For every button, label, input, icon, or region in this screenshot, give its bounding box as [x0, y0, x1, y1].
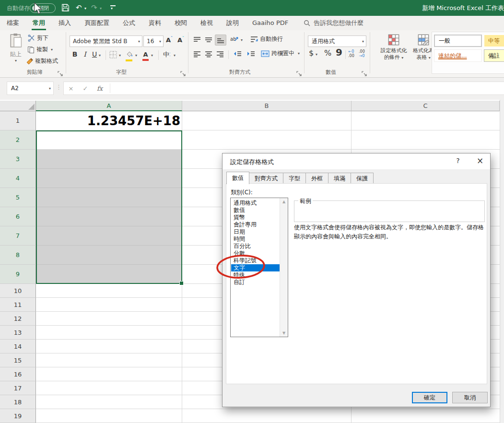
align-middle-button[interactable] [203, 35, 214, 45]
category-general[interactable]: 通用格式 [231, 200, 280, 207]
name-box[interactable]: A2 ▾ [7, 82, 54, 95]
clipboard-dialog-launcher[interactable] [58, 69, 63, 75]
format-painter-button[interactable]: 複製格式 [26, 57, 58, 65]
selection-a2-a9[interactable] [36, 130, 182, 284]
percent-style-button[interactable]: % [324, 48, 331, 58]
tab-page-layout[interactable]: 頁面配置 [78, 16, 116, 30]
dialog-title-bar[interactable]: 設定儲存格格式 ? × [223, 153, 490, 169]
formula-bar-grip-icon[interactable]: ⋮ [56, 83, 62, 91]
shrink-font-button[interactable]: Aˇ [177, 36, 184, 44]
scroll-up-icon[interactable]: ▲ [280, 198, 288, 205]
row-header-11[interactable]: 11 [0, 298, 36, 312]
paste-button[interactable]: 貼上 ▾ [5, 33, 27, 70]
bold-button[interactable]: B [71, 50, 79, 58]
underline-dropdown-icon[interactable]: ▾ [99, 53, 101, 58]
fill-handle[interactable] [179, 281, 184, 285]
borders-dropdown-icon[interactable]: ▾ [119, 53, 121, 58]
redo-dropdown-icon[interactable]: ▾ [100, 6, 102, 11]
merge-center-dropdown-icon[interactable]: ▾ [298, 51, 300, 56]
category-time[interactable]: 時間 [231, 235, 280, 243]
fill-color-dropdown-icon[interactable]: ▾ [135, 53, 137, 58]
column-header-a[interactable]: A [36, 101, 182, 111]
dialog-tab-fill[interactable]: 填滿 [328, 173, 351, 184]
number-format-combo[interactable]: 通用格式 ▾ [308, 35, 366, 47]
tab-formulas[interactable]: 公式 [116, 16, 142, 30]
row-header-15[interactable]: 15 [0, 353, 36, 367]
align-bottom-button[interactable] [215, 35, 226, 46]
scroll-down-icon[interactable]: ▼ [280, 329, 288, 337]
font-name-dropdown-icon[interactable]: ▾ [138, 39, 140, 44]
row-header-10[interactable]: 10 [0, 284, 36, 298]
tell-me-search[interactable]: 告訴我您想做什麼 [304, 19, 363, 27]
redo-button[interactable]: ↷ [91, 3, 97, 12]
cancel-entry-icon[interactable]: × [64, 85, 78, 92]
dialog-tab-alignment[interactable]: 對齊方式 [249, 173, 283, 184]
cut-button[interactable]: 剪下 [28, 34, 48, 42]
category-number[interactable]: 數值 [231, 207, 280, 214]
tab-file[interactable]: 檔案 [0, 16, 26, 30]
select-all-corner[interactable] [0, 101, 36, 111]
align-right-button[interactable] [215, 49, 225, 59]
font-dialog-launcher[interactable] [180, 69, 186, 75]
cell-style-normal[interactable]: 一般 [434, 35, 482, 47]
accounting-dropdown-icon[interactable]: ▾ [316, 52, 317, 57]
tab-help[interactable]: 說明 [220, 16, 246, 30]
copy-button[interactable]: 複製 ▾ [27, 46, 53, 54]
column-header-b[interactable]: B [182, 101, 352, 111]
category-date[interactable]: 日期 [231, 228, 280, 235]
font-size-combo[interactable]: 16 ▾ [143, 35, 164, 47]
row-header-1[interactable]: 1 [0, 111, 36, 130]
row-header-18[interactable]: 18 [0, 395, 36, 409]
row-header-7[interactable]: 7 [0, 226, 36, 246]
row-header-14[interactable]: 14 [0, 340, 36, 353]
tab-view[interactable]: 檢視 [194, 16, 220, 30]
row-header-5[interactable]: 5 [0, 188, 36, 207]
conditional-formatting-button[interactable]: 設定格式化 的條件 ▾ [379, 34, 409, 61]
row-header-17[interactable]: 17 [0, 381, 36, 395]
row-header-9[interactable]: 9 [0, 265, 36, 284]
format-as-table-dropdown-icon[interactable]: ▾ [429, 56, 431, 60]
row-header-12[interactable]: 12 [0, 312, 36, 326]
cell-style-medium[interactable]: 中等 [484, 35, 504, 47]
category-percentage[interactable]: 百分比 [231, 243, 280, 250]
font-color-button[interactable]: A [142, 49, 149, 61]
italic-button[interactable]: I [82, 50, 88, 58]
font-size-dropdown-icon[interactable]: ▾ [159, 39, 161, 44]
align-left-button[interactable] [192, 49, 202, 59]
save-icon[interactable] [61, 3, 70, 14]
cancel-button[interactable]: 取消 [452, 392, 488, 403]
decrease-decimal-button[interactable]: .00→0 [359, 49, 365, 58]
increase-decimal-button[interactable]: ←0.00 [348, 49, 354, 58]
vertical-scrollbar[interactable] [500, 100, 504, 423]
merge-center-button[interactable]: 跨欄置中 ▾ [261, 49, 300, 58]
undo-button[interactable]: ↶ [76, 3, 82, 12]
dialog-close-button[interactable]: × [474, 156, 486, 166]
tab-gaaiho-pdf[interactable]: Gaaiho PDF [246, 16, 295, 30]
number-format-dropdown-icon[interactable]: ▾ [362, 39, 364, 44]
cell-style-linked[interactable]: 連結的儲... [434, 49, 482, 62]
row-header-4[interactable]: 4 [0, 169, 36, 188]
paste-dropdown-icon[interactable]: ▾ [5, 59, 27, 63]
row-header-19[interactable]: 19 [0, 409, 36, 423]
orientation-button[interactable]: ab [230, 35, 239, 43]
row-header-3[interactable]: 3 [0, 150, 36, 169]
conditional-dropdown-icon[interactable]: ▾ [401, 56, 403, 60]
align-center-button[interactable] [203, 49, 214, 59]
tab-insert[interactable]: 插入 [52, 16, 78, 30]
wrap-text-button[interactable]: 自動換行 [250, 35, 283, 43]
phonetic-guide-button[interactable]: 中⁚ [163, 50, 171, 59]
row-header-16[interactable]: 16 [0, 367, 36, 381]
underline-button[interactable]: U [91, 50, 98, 58]
tab-home[interactable]: 常用 [26, 16, 52, 30]
copy-dropdown-icon[interactable]: ▾ [51, 47, 53, 52]
category-accounting[interactable]: 會計專用 [231, 221, 280, 228]
row-header-8[interactable]: 8 [0, 246, 36, 265]
undo-dropdown-icon[interactable]: ▾ [84, 6, 86, 11]
ok-button[interactable]: 確定 [412, 392, 447, 403]
dialog-tab-font[interactable]: 字型 [283, 173, 306, 184]
row-header-6[interactable]: 6 [0, 207, 36, 226]
number-dialog-launcher[interactable] [362, 69, 367, 75]
category-currency[interactable]: 貨幣 [231, 214, 280, 221]
decrease-indent-button[interactable] [232, 49, 243, 59]
align-top-button[interactable] [192, 35, 202, 45]
